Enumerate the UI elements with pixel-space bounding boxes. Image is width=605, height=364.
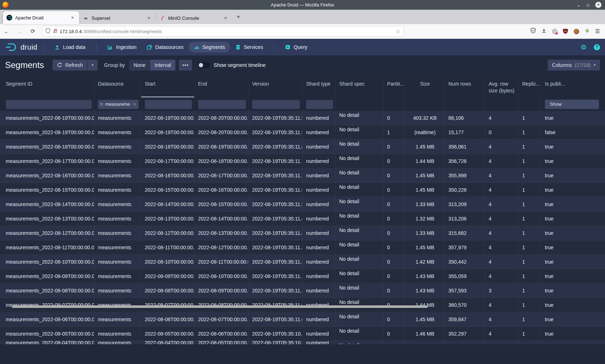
datasource-filter-chip[interactable]: = measureme ✕ xyxy=(98,100,139,109)
menu-icon[interactable]: ☰ xyxy=(595,28,600,35)
extension-disabled-icon[interactable] xyxy=(552,29,557,34)
cell-end: 2022-08-17T00:00:00.0... xyxy=(194,168,248,182)
nav-item-segments[interactable]: Segments xyxy=(189,42,230,53)
table-row[interactable]: measurements_2022-08-19T00:00:00.000Z...… xyxy=(0,111,605,125)
cookie-extension-icon[interactable] xyxy=(574,29,579,34)
column-header-version[interactable]: Version xyxy=(248,74,302,97)
forward-icon[interactable]: → xyxy=(13,28,27,35)
tab-minio-console[interactable]: MinIO Console ✕ xyxy=(156,12,232,24)
table-row[interactable]: measurements_2022-08-18T00:00:00.000Z...… xyxy=(0,140,605,154)
column-header-replicas[interactable]: Replic... xyxy=(519,74,541,97)
multi-account-extension-icon[interactable] xyxy=(584,28,590,35)
cell-shard-spec[interactable]: No detail xyxy=(336,283,384,297)
protections-shield-icon[interactable] xyxy=(530,28,536,35)
cell-shard-spec[interactable]: No detail xyxy=(336,211,384,226)
segment-id-filter-input[interactable] xyxy=(6,100,92,109)
cell-shard-spec[interactable]: No detail xyxy=(336,312,384,326)
tab-close-icon[interactable]: ✕ xyxy=(223,15,229,21)
cell-shard-spec[interactable]: No detail xyxy=(336,327,384,341)
table-row[interactable]: measurements_2022-08-13T00:00:00.000Z...… xyxy=(0,211,605,226)
shard-type-filter-input[interactable] xyxy=(306,100,333,109)
downloads-icon[interactable] xyxy=(541,28,547,35)
back-icon[interactable]: ← xyxy=(0,28,13,35)
bookmark-star-icon[interactable]: ☆ xyxy=(396,28,400,34)
nav-item-label: Load data xyxy=(63,44,85,50)
cell-shard-spec[interactable]: No detail xyxy=(336,240,384,254)
nav-item-services[interactable]: Services xyxy=(230,42,268,53)
cell-shard-spec[interactable]: No detail xyxy=(336,154,384,168)
insecure-lock-icon[interactable] xyxy=(53,28,58,35)
url-bar[interactable]: 172.18.0.4:30899/unified-console.html#se… xyxy=(42,26,404,37)
more-options-button[interactable]: ••• xyxy=(179,60,192,70)
nav-item-load-data[interactable]: Load data xyxy=(49,42,90,53)
nav-item-query[interactable]: Query xyxy=(280,42,312,53)
table-row[interactable]: measurements_2022-08-08T00:00:00.000Z...… xyxy=(0,283,605,298)
tab-apache-druid[interactable]: Apache Druid ✕ xyxy=(3,11,79,24)
column-header-size[interactable]: Size xyxy=(404,74,445,97)
version-filter-input[interactable] xyxy=(252,100,300,109)
cell-shard-spec[interactable]: No detail xyxy=(336,226,384,240)
refresh-interval-caret-button[interactable]: ▾ xyxy=(88,60,98,70)
minimize-icon[interactable]: ⌄ xyxy=(577,3,581,7)
cell-shard-spec[interactable]: No detail xyxy=(336,341,384,344)
cell-shard-spec[interactable]: No detail xyxy=(336,111,384,125)
druid-logo[interactable]: druid xyxy=(5,42,37,52)
group-by-interval-button[interactable]: Interval xyxy=(150,60,175,70)
table-row[interactable]: measurements_2022-08-11T00:00:00.000Z...… xyxy=(0,240,605,255)
table-row[interactable]: measurements_2022-08-19T00:00:00.000Z...… xyxy=(0,125,605,140)
ublock-origin-icon[interactable]: uO xyxy=(563,29,568,34)
end-filter-input[interactable] xyxy=(198,100,246,109)
tab-superset[interactable]: ∞ Superset ✕ xyxy=(79,12,156,24)
refresh-button[interactable]: Refresh xyxy=(53,60,87,70)
column-header-partition[interactable]: Partiti... xyxy=(384,74,404,97)
horizontal-scrollbar[interactable] xyxy=(12,305,428,308)
column-header-end[interactable]: End xyxy=(194,74,248,97)
table-row[interactable]: measurements_2022-08-09T00:00:00.000Z...… xyxy=(0,269,605,283)
tab-close-icon[interactable]: ✕ xyxy=(70,15,76,21)
table-row[interactable]: measurements_2022-08-12T00:00:00.000Z...… xyxy=(0,226,605,240)
cell-avg-row-size: 4 xyxy=(485,168,519,182)
is-published-filter-button[interactable]: Show xyxy=(545,100,599,109)
close-window-icon[interactable]: ✕ xyxy=(595,2,601,8)
cell-shard-spec[interactable]: No detail xyxy=(336,298,384,312)
table-row[interactable]: measurements_2022-08-06T00:00:00.000Z...… xyxy=(0,312,605,327)
new-tab-button[interactable]: + xyxy=(232,13,245,21)
start-filter-input[interactable] xyxy=(145,100,192,109)
group-by-none-button[interactable]: None xyxy=(129,60,150,70)
cell-shard-spec[interactable]: No detail xyxy=(336,168,384,182)
columns-button[interactable]: Columns (17/18) ▾ xyxy=(548,60,600,70)
shield-permissions-icon[interactable] xyxy=(45,28,50,35)
remove-filter-icon[interactable]: ✕ xyxy=(133,102,136,107)
column-header-start[interactable]: Start xyxy=(141,74,194,97)
help-icon[interactable]: ? xyxy=(594,44,600,50)
segment-timeline-toggle[interactable] xyxy=(198,62,210,68)
column-header-avg-row-size[interactable]: Avg. row size (bytes) xyxy=(485,74,519,97)
tab-close-icon[interactable]: ✕ xyxy=(146,15,152,21)
settings-gear-icon[interactable]: ⚙ xyxy=(581,44,587,51)
column-header-shard-spec[interactable]: Shard spec xyxy=(336,74,384,97)
cell-shard-spec[interactable]: No detail xyxy=(336,125,384,139)
cell-shard-spec[interactable]: No detail xyxy=(336,269,384,283)
url-text[interactable]: 172.18.0.4:30899/unified-console.html#se… xyxy=(60,29,396,34)
cell-shard-spec[interactable]: No detail xyxy=(336,255,384,269)
column-header-datasource[interactable]: Datasource xyxy=(94,74,141,97)
nav-item-datasources[interactable]: Datasources xyxy=(142,42,189,53)
cell-shard-spec[interactable]: No detail xyxy=(336,183,384,197)
maximize-icon[interactable]: ◇ xyxy=(586,3,590,7)
cell-shard-spec[interactable]: No detail xyxy=(336,140,384,154)
table-row[interactable]: measurements_2022-08-14T00:00:00.000Z...… xyxy=(0,197,605,211)
reload-icon[interactable]: ⟳ xyxy=(27,28,39,35)
table-row[interactable]: measurements_2022-08-17T00:00:00.000Z...… xyxy=(0,154,605,168)
table-row[interactable]: measurements_2022-08-15T00:00:00.000Z...… xyxy=(0,183,605,197)
table-row[interactable]: measurements_2022-08-04T00:00:00.000Z...… xyxy=(0,341,605,344)
column-header-num-rows[interactable]: Num rows xyxy=(445,74,485,97)
table-row[interactable]: measurements_2022-08-10T00:00:00.000Z...… xyxy=(0,255,605,269)
table-row[interactable]: measurements_2022-08-05T00:00:00.000Z...… xyxy=(0,327,605,341)
nav-item-ingestion[interactable]: Ingestion xyxy=(102,42,142,53)
table-row[interactable]: measurements_2022-08-16T00:00:00.000Z...… xyxy=(0,168,605,183)
column-header-shard-type[interactable]: Shard type xyxy=(302,74,336,97)
column-header-is-published[interactable]: Is publi... xyxy=(541,74,605,97)
column-header-segment-id[interactable]: Segment ID xyxy=(0,74,94,97)
table-row[interactable]: measurements_2022-08-07T00:00:00.000Z...… xyxy=(0,298,605,312)
cell-shard-spec[interactable]: No detail xyxy=(336,197,384,211)
